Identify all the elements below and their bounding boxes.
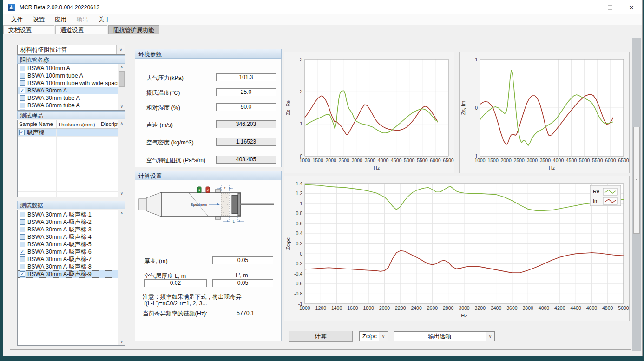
tab-3[interactable]: 阻抗管扩展功能 (108, 25, 159, 34)
list-item[interactable]: ✓BSWA 30mm A (18, 87, 118, 94)
svg-text:-1: -1 (473, 153, 478, 159)
unchecked-checkbox-icon[interactable] (20, 234, 25, 240)
scrollbar-thumb[interactable] (119, 71, 125, 87)
output-options-dropdown[interactable]: 输出选项 ∨ (394, 331, 495, 341)
air-layer-Lp-input[interactable]: 0.05 (212, 279, 273, 287)
display-quantity-value: Zc/ρc (360, 333, 379, 340)
menu-item-3[interactable]: 应用 (50, 14, 72, 25)
list-item[interactable]: BSWA 30mm A-吸声棉-8 (18, 263, 118, 270)
list-item-label: BSWA 60mm tube A (27, 102, 80, 109)
env-field-input[interactable]: 25.0 (216, 88, 276, 96)
menu-item-5[interactable]: 关于 (93, 14, 115, 25)
minimize-icon: — (586, 5, 591, 10)
env-field-input[interactable]: 50.0 (216, 103, 276, 111)
checked-checkbox-icon[interactable]: ✓ (19, 130, 25, 135)
checked-checkbox-icon[interactable]: ✓ (20, 88, 25, 93)
scrollbar-thumb[interactable] (633, 127, 640, 234)
unchecked-checkbox-icon[interactable] (20, 73, 25, 79)
list-item[interactable]: BSWA 30mm A-吸声棉-1 (18, 211, 118, 218)
checked-checkbox-icon[interactable]: ✓ (20, 249, 25, 255)
svg-text:4800: 4800 (602, 305, 613, 311)
display-quantity-dropdown[interactable]: Zc/ρc ∨ (359, 331, 388, 341)
air-layer-L-input[interactable]: 0.02 (144, 279, 207, 287)
window-vertical-scrollbar[interactable] (632, 38, 641, 351)
maximize-button[interactable] (599, 0, 621, 14)
scroll-down-icon[interactable]: ∨ (118, 190, 125, 197)
data-list-scrollbar[interactable]: ∧ ∨ (118, 210, 125, 345)
column-header[interactable]: Discription (99, 120, 118, 128)
unchecked-checkbox-icon[interactable] (20, 103, 25, 108)
chevron-down-icon: ∨ (486, 332, 494, 341)
list-item-partial[interactable] (18, 109, 118, 111)
list-item[interactable]: BSWA 100mm tube A (18, 72, 118, 79)
unchecked-checkbox-icon[interactable] (20, 212, 25, 217)
list-item[interactable]: BSWA 30mm tube A (18, 94, 118, 102)
menu-item-2[interactable]: 设置 (28, 14, 50, 25)
list-item-label: BSWA 100mm tube A (27, 72, 83, 79)
air-layer-Lp-label: L', m (236, 272, 248, 279)
svg-text:1800: 1800 (363, 305, 375, 311)
sample-table-scrollbar[interactable]: ∧ ∨ (118, 120, 125, 197)
env-field-input[interactable]: 101.3 (216, 73, 276, 81)
svg-text:6000: 6000 (605, 158, 616, 163)
unchecked-checkbox-icon[interactable] (20, 242, 25, 247)
unchecked-checkbox-icon[interactable] (20, 95, 25, 101)
singularity-note-line2: f(L-L')=nC0/2 n=1, 2, 3... (144, 300, 207, 307)
svg-text:3000: 3000 (527, 158, 538, 163)
list-item[interactable]: ✓BSWA 30mm A-吸声棉-9 (18, 270, 118, 278)
scroll-up-icon[interactable]: ∧ (118, 120, 125, 127)
calc-type-dropdown[interactable]: 材料特征阻抗计算 ∨ (17, 45, 125, 55)
svg-text:4500: 4500 (391, 158, 402, 163)
dim-t-label: t (224, 186, 226, 190)
svg-text:4500: 4500 (566, 158, 577, 163)
table-row-empty (18, 168, 118, 176)
unchecked-checkbox-icon[interactable] (20, 227, 25, 232)
env-field-label: 空气特征阻抗 (Pa*s/m) (146, 157, 205, 164)
checked-checkbox-icon[interactable]: ✓ (20, 271, 25, 277)
tube-list-scrollbar[interactable]: ∧ ∨ (118, 64, 125, 110)
thickness-input[interactable]: 0.05 (212, 256, 273, 264)
svg-text:2500: 2500 (339, 158, 350, 163)
scroll-up-icon[interactable]: ∧ (118, 210, 125, 217)
list-item[interactable]: BSWA 30mm A-吸声棉-4 (18, 233, 118, 241)
svg-text:0.2: 0.2 (296, 241, 302, 246)
tab-1[interactable]: 文档设置 (3, 25, 54, 34)
svg-text:-0.8: -0.8 (294, 291, 302, 296)
tab-2[interactable]: 通道设置 (55, 25, 107, 34)
tube-section-header: 阻抗管名称 (17, 55, 125, 64)
list-item[interactable]: BSWA 60mm tube A (18, 102, 118, 109)
list-item[interactable]: BSWA 30mm A-吸声棉-2 (18, 218, 118, 226)
unchecked-checkbox-icon[interactable] (20, 264, 25, 269)
list-item-label: BSWA 30mm A-吸声棉-2 (27, 218, 92, 226)
unchecked-checkbox-icon[interactable] (20, 80, 25, 86)
table-row[interactable]: ✓吸声棉 (18, 129, 118, 137)
svg-text:3800: 3800 (523, 305, 534, 311)
sample-section-header: 测试样品 (17, 111, 125, 119)
scroll-up-icon[interactable]: ∧ (118, 64, 125, 71)
svg-text:1.2: 1.2 (296, 190, 302, 196)
data-section-header: 测试数据 (17, 201, 125, 209)
close-button[interactable]: ✕ (621, 0, 642, 14)
list-item[interactable]: BSWA 100mm tube with wide spacing (18, 79, 118, 87)
list-item[interactable]: BSWA 30mm A-吸声棉-7 (18, 256, 118, 263)
svg-text:1: 1 (300, 121, 302, 126)
scroll-down-icon[interactable]: ∨ (118, 339, 125, 345)
svg-text:2000: 2000 (501, 158, 512, 163)
svg-text:-1: -1 (298, 301, 302, 307)
unchecked-checkbox-icon[interactable] (20, 256, 25, 262)
column-header[interactable]: Sample Name (18, 120, 57, 128)
svg-text:3: 3 (300, 57, 302, 62)
list-item[interactable]: ✓BSWA 30mm A-吸声棉-6 (18, 248, 118, 256)
minimize-button[interactable]: — (578, 0, 599, 14)
list-item[interactable]: BSWA 30mm A-吸声棉-5 (18, 241, 118, 248)
svg-text:0: 0 (475, 105, 478, 111)
scroll-down-icon[interactable]: ∨ (118, 104, 125, 110)
unchecked-checkbox-icon[interactable] (20, 219, 25, 225)
calculate-button[interactable]: 计算 (289, 331, 353, 342)
list-item[interactable]: BSWA 100mm A (18, 65, 118, 72)
unchecked-checkbox-icon[interactable] (20, 66, 25, 71)
list-item[interactable]: BSWA 30mm A-吸声棉-3 (18, 226, 118, 233)
menu-item-1[interactable]: 文件 (6, 14, 28, 25)
svg-text:Hz: Hz (374, 165, 380, 171)
column-header[interactable]: Thickness(mm） (57, 120, 99, 128)
